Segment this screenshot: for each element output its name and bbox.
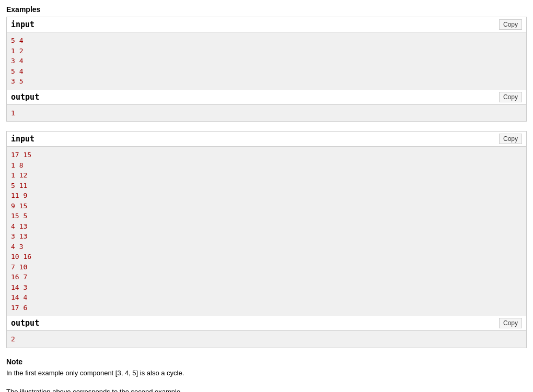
note-title: Note: [6, 358, 527, 366]
example-2-block: input Copy 17 15 1 8 1 12 5 11 11 9 9 15…: [6, 131, 527, 348]
example-2-output-label: output: [11, 318, 39, 328]
example-1-input-content: 5 4 1 2 3 4 5 4 3 5: [7, 32, 526, 90]
example-2-input-content: 17 15 1 8 1 12 5 11 11 9 9 15 15 5 4 13 …: [7, 147, 526, 316]
note-line2: The illustration above corresponds to th…: [6, 387, 527, 392]
examples-label: Examples: [6, 5, 527, 14]
example-1-input-copy-button[interactable]: Copy: [499, 19, 522, 30]
example-1-input-header: input Copy: [7, 17, 526, 32]
example-2-output-copy-button[interactable]: Copy: [499, 318, 522, 328]
note-section: Note In the first example only component…: [6, 358, 527, 393]
note-line1: In the first example only component [3, …: [6, 368, 527, 379]
example-2-input-header: input Copy: [7, 132, 526, 147]
example-2-output-header: output Copy: [7, 316, 526, 331]
example-2-input-copy-button[interactable]: Copy: [499, 134, 522, 144]
example-1-output-header: output Copy: [7, 90, 526, 105]
example-1-input-label: input: [11, 20, 34, 29]
example-1-output-label: output: [11, 92, 39, 102]
example-1-output-content: 1: [7, 105, 526, 122]
example-2-output-content: 2: [7, 331, 526, 348]
examples-section: Examples input Copy 5 4 1 2 3 4 5 4 3 5 …: [6, 5, 527, 392]
example-2-input-label: input: [11, 134, 34, 144]
example-1-output-copy-button[interactable]: Copy: [499, 92, 522, 102]
example-1-block: input Copy 5 4 1 2 3 4 5 4 3 5 output Co…: [6, 17, 527, 122]
